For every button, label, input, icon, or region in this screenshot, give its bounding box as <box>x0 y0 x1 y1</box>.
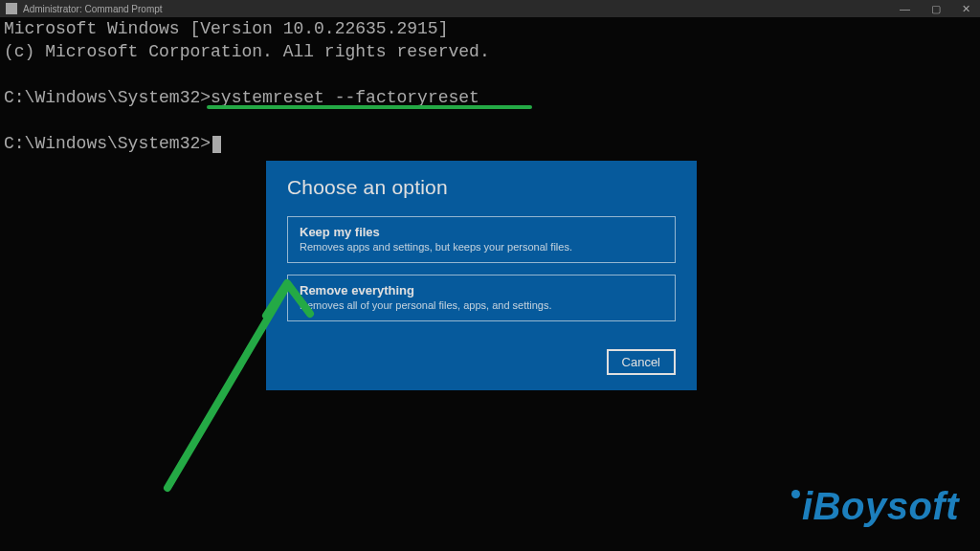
option-remove-everything[interactable]: Remove everything Removes all of your pe… <box>287 275 676 321</box>
maximize-button[interactable]: ▢ <box>927 4 945 14</box>
close-button[interactable]: ✕ <box>958 4 974 14</box>
dialog-title: Choose an option <box>287 176 676 199</box>
dialog-footer: Cancel <box>607 349 676 375</box>
watermark-logo: iBoysoft <box>791 485 959 528</box>
terminal-blank <box>4 63 976 86</box>
option-description: Removes apps and settings, but keeps you… <box>300 241 663 253</box>
window-titlebar: Administrator: Command Prompt — ▢ ✕ <box>0 0 980 17</box>
window-title: Administrator: Command Prompt <box>23 4 896 14</box>
terminal-cursor <box>212 136 221 153</box>
cancel-button[interactable]: Cancel <box>607 349 676 375</box>
terminal-line: Microsoft Windows [Version 10.0.22635.29… <box>4 17 976 40</box>
cmd-icon <box>6 3 17 14</box>
logo-dot-icon <box>791 490 800 498</box>
option-description: Removes all of your personal files, apps… <box>300 299 663 311</box>
option-keep-files[interactable]: Keep my files Removes apps and settings,… <box>287 216 676 263</box>
reset-dialog: Choose an option Keep my files Removes a… <box>266 161 697 390</box>
terminal-blank <box>4 109 976 132</box>
terminal-cursor-line: C:\Windows\System32> <box>4 132 976 155</box>
terminal-prompt: C:\Windows\System32> <box>4 134 211 153</box>
terminal-command: systemreset --factoryreset <box>211 88 479 107</box>
terminal-prompt: C:\Windows\System32> <box>4 88 211 107</box>
option-title: Keep my files <box>300 225 663 239</box>
watermark-text: iBoysoft <box>802 485 959 528</box>
window-controls: — ▢ ✕ <box>896 4 974 14</box>
terminal-line: (c) Microsoft Corporation. All rights re… <box>4 40 976 63</box>
option-title: Remove everything <box>300 283 663 298</box>
annotation-underline <box>207 105 532 109</box>
minimize-button[interactable]: — <box>896 4 914 14</box>
